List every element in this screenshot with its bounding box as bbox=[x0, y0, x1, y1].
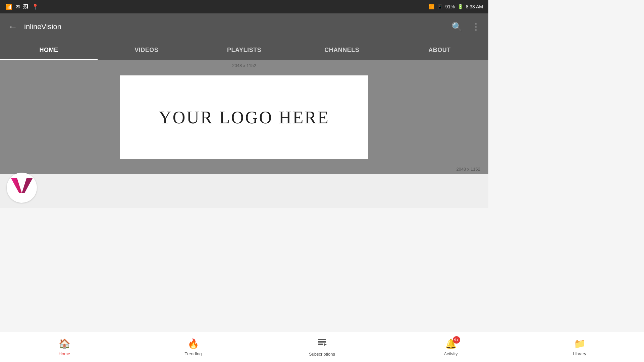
sim-icon: 📶 bbox=[5, 4, 12, 10]
v-logo-svg bbox=[10, 176, 34, 200]
channel-title: inlineVision bbox=[24, 22, 451, 31]
tab-about[interactable]: ABOUT bbox=[391, 40, 488, 60]
logo-text: YOUR LOGO HERE bbox=[159, 108, 330, 127]
status-right: 📶 📱 91% 🔋 8:33 AM bbox=[429, 4, 483, 9]
location-icon: 📍 bbox=[32, 4, 39, 10]
tab-bar: HOME VIDEOS PLAYLISTS CHANNELS ABOUT bbox=[0, 40, 488, 60]
banner-dim-top: 2048 x 1152 bbox=[232, 63, 256, 68]
image-icon: 🖼 bbox=[23, 4, 29, 10]
channel-avatar bbox=[7, 173, 37, 203]
logo-placeholder: YOUR LOGO HERE bbox=[120, 75, 368, 159]
clock: 8:33 AM bbox=[466, 4, 483, 9]
channel-info-strip bbox=[0, 174, 488, 208]
battery-percentage: 91% bbox=[445, 4, 455, 9]
top-nav: ← inlineVision 🔍 ⋮ bbox=[0, 13, 488, 40]
tab-videos[interactable]: VIDEOS bbox=[98, 40, 195, 60]
more-options-icon[interactable]: ⋮ bbox=[472, 22, 480, 32]
svg-marker-0 bbox=[11, 178, 22, 193]
email-icon: ✉ bbox=[15, 4, 20, 10]
wifi-icon: 📶 bbox=[429, 4, 434, 9]
status-left-icons: 📶 ✉ 🖼 📍 bbox=[5, 4, 39, 10]
signal-icon: 📱 bbox=[437, 4, 443, 9]
banner-dim-bottom: 2048 x 1152 bbox=[456, 167, 480, 172]
tab-home[interactable]: HOME bbox=[0, 40, 98, 60]
back-button[interactable]: ← bbox=[8, 21, 17, 32]
top-nav-icons: 🔍 ⋮ bbox=[451, 22, 480, 32]
banner-area: 2048 x 1152 YOUR LOGO HERE 2048 x 1152 bbox=[0, 60, 488, 174]
svg-marker-1 bbox=[22, 178, 33, 193]
status-bar: 📶 ✉ 🖼 📍 📶 📱 91% 🔋 8:33 AM bbox=[0, 0, 488, 13]
tab-playlists[interactable]: PLAYLISTS bbox=[195, 40, 293, 60]
tab-channels[interactable]: CHANNELS bbox=[293, 40, 391, 60]
battery-icon: 🔋 bbox=[458, 4, 463, 9]
search-icon[interactable]: 🔍 bbox=[451, 22, 462, 32]
